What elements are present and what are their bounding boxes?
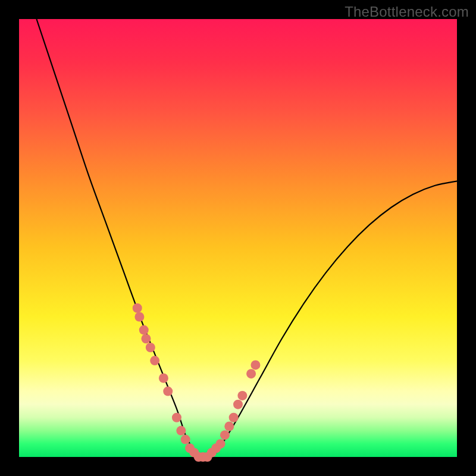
highlight-point [176, 426, 186, 436]
highlight-point [237, 391, 247, 400]
highlight-point [133, 303, 142, 313]
watermark-text: TheBottleneck.com [345, 4, 469, 20]
highlight-point [139, 325, 149, 335]
highlight-point [150, 356, 159, 365]
highlight-point [146, 343, 155, 352]
highlight-point [159, 374, 168, 383]
bottleneck-curve [36, 19, 457, 458]
highlight-point [181, 435, 190, 444]
highlight-point [163, 387, 173, 396]
highlight-point [229, 413, 239, 422]
highlight-point [141, 334, 151, 343]
highlight-point [134, 312, 144, 321]
chart-frame: TheBottleneck.com [0, 0, 476, 476]
highlight-point [216, 439, 226, 449]
highlight-markers [133, 303, 261, 462]
highlight-point [250, 360, 260, 369]
highlight-point [246, 369, 256, 378]
highlight-point [220, 430, 230, 440]
highlight-point [172, 413, 181, 422]
plot-area [19, 19, 457, 457]
highlight-point [233, 400, 243, 409]
highlight-point [224, 421, 234, 431]
chart-svg [19, 19, 457, 457]
